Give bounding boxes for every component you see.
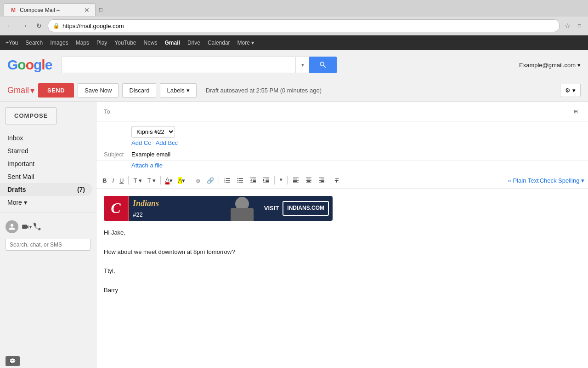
sidebar-item-drafts-label: Drafts — [7, 186, 26, 193]
sidebar-item-important[interactable]: Important — [0, 157, 92, 170]
spell-check-button[interactable]: Check Spelling ▾ — [540, 177, 584, 184]
topbar-maps-link[interactable]: Maps — [76, 40, 89, 46]
link-button[interactable]: 🔗 — [204, 175, 216, 186]
search-button[interactable] — [309, 57, 337, 73]
labels-dropdown-icon: ▾ — [187, 87, 190, 94]
discard-button[interactable]: Discard — [122, 83, 156, 98]
align-center-button[interactable] — [303, 175, 315, 186]
compose-area: To ⊞ Kipnis #22 Add Cc Add Bcc Subject A… — [96, 102, 588, 368]
indent-more-icon — [262, 177, 270, 184]
lock-icon: 🔒 — [53, 23, 60, 29]
search-dropdown-button[interactable]: ▼ — [295, 57, 309, 73]
fmt-sep-7 — [330, 176, 330, 184]
chat-bubble-icon: 💬 — [9, 358, 16, 364]
unordered-list-button[interactable] — [234, 175, 246, 186]
banner-c-logo: C — [104, 196, 129, 221]
phone-icon — [34, 223, 42, 231]
font-size-button[interactable]: T ▾ — [145, 175, 158, 186]
account-info[interactable]: Example@gmail.com ▾ — [519, 62, 581, 69]
topbar-you-link[interactable]: +You — [6, 40, 18, 46]
back-button[interactable]: ← — [4, 20, 16, 32]
add-cc-link[interactable]: Add Cc — [131, 139, 151, 146]
fmt-sep-4 — [219, 176, 219, 184]
emoji-button[interactable]: ☺ — [192, 175, 203, 186]
spell-check-dropdown-icon: ▾ — [581, 177, 584, 184]
gmail-label[interactable]: Gmail ▾ — [7, 86, 34, 96]
blockquote-button[interactable]: ❝ — [277, 175, 285, 186]
topbar-gmail-link[interactable]: Gmail — [165, 40, 180, 46]
indent-less-button[interactable] — [247, 175, 259, 186]
player-silhouette — [224, 196, 260, 221]
gear-icon: ⚙ — [565, 87, 571, 94]
to-expand-button[interactable]: ⊞ — [571, 106, 581, 116]
highlight-button[interactable]: A ▾ — [176, 175, 188, 186]
ol-icon — [224, 177, 231, 184]
google-topbar: +You Search Images Maps Play YouTube New… — [0, 35, 588, 50]
sidebar-item-starred[interactable]: Starred — [0, 144, 92, 157]
player-body — [231, 208, 254, 221]
search-input[interactable] — [61, 57, 295, 73]
italic-button[interactable]: I — [110, 175, 116, 186]
ul-icon — [237, 177, 244, 184]
chat-search-input[interactable] — [6, 239, 90, 251]
video-chat-button[interactable]: ▾ — [21, 223, 32, 231]
address-bar[interactable] — [62, 23, 554, 29]
plain-text-button[interactable]: « Plain Text — [508, 177, 539, 184]
labels-button-text: Labels — [167, 87, 184, 94]
sidebar-item-sent[interactable]: Sent Mail — [0, 170, 92, 183]
email-body-text: Hi Jake, How about we meet downtown at 8… — [104, 228, 581, 295]
topbar-more-link[interactable]: More ▾ — [237, 40, 254, 46]
active-tab[interactable]: M Compose Mail – ✕ — [4, 3, 96, 16]
from-select[interactable]: Kipnis #22 — [131, 126, 175, 138]
fmt-sep-2 — [160, 176, 161, 184]
add-bcc-link[interactable]: Add Bcc — [156, 139, 178, 146]
bookmark-icon[interactable]: ☆ — [562, 21, 572, 31]
topbar-play-link[interactable]: Play — [96, 40, 107, 46]
font-button[interactable]: T ▾ — [131, 175, 144, 186]
sidebar-more[interactable]: More ▾ — [0, 196, 96, 209]
remove-format-button[interactable]: T — [333, 175, 341, 186]
topbar-news-link[interactable]: News — [144, 40, 158, 46]
sidebar-item-inbox-label: Inbox — [7, 134, 23, 142]
sidebar-item-drafts[interactable]: Drafts (7) — [0, 183, 92, 196]
person-icon — [8, 223, 16, 230]
save-now-button[interactable]: Save Now — [78, 83, 119, 98]
chat-icons: ▾ — [21, 223, 42, 231]
bold-button[interactable]: B — [100, 175, 109, 186]
banner-number: #22 — [133, 210, 220, 220]
menu-icon[interactable]: ≡ — [574, 21, 584, 31]
call-button[interactable] — [34, 223, 42, 231]
new-tab-button[interactable]: □ — [96, 3, 109, 16]
topbar-calendar-link[interactable]: Calendar — [208, 40, 230, 46]
topbar-youtube-link[interactable]: YouTube — [114, 40, 136, 46]
forward-button[interactable]: → — [18, 20, 30, 32]
indent-more-button[interactable] — [260, 175, 272, 186]
settings-button[interactable]: ⚙ ▾ — [560, 84, 581, 97]
align-right-button[interactable] — [316, 175, 328, 186]
topbar-drive-link[interactable]: Drive — [187, 40, 200, 46]
compose-body[interactable]: C Indians #22 VISIT INDIANS.COM Hi — [96, 189, 588, 368]
sidebar-chat: ▾ — [0, 217, 96, 237]
send-button[interactable]: SEND — [38, 83, 74, 98]
subject-input[interactable] — [131, 151, 581, 158]
cc-bcc-row: Add Cc Add Bcc — [96, 138, 588, 148]
underline-button[interactable]: U — [117, 175, 126, 186]
topbar-images-link[interactable]: Images — [50, 40, 68, 46]
subject-label: Subject — [104, 151, 131, 158]
sidebar-item-inbox[interactable]: Inbox — [0, 132, 92, 144]
labels-button[interactable]: Labels ▾ — [160, 83, 196, 98]
to-input[interactable] — [131, 108, 571, 115]
align-left-button[interactable] — [290, 175, 302, 186]
compose-button[interactable]: COMPOSE — [6, 107, 57, 124]
topbar-search-link[interactable]: Search — [25, 40, 43, 46]
logo-o1: o — [17, 57, 25, 72]
refresh-button[interactable]: ↻ — [33, 20, 45, 32]
chat-bubble-button[interactable]: 💬 — [6, 356, 20, 366]
tab-favicon: M — [10, 6, 17, 14]
attach-link[interactable]: Attach a file — [96, 161, 588, 172]
account-dropdown-icon: ▾ — [577, 62, 581, 69]
nav-right-icons: ☆ ≡ — [562, 21, 584, 31]
font-color-button[interactable]: A ▾ — [163, 174, 175, 186]
ordered-list-button[interactable] — [221, 175, 233, 186]
tab-close-button[interactable]: ✕ — [84, 6, 90, 14]
